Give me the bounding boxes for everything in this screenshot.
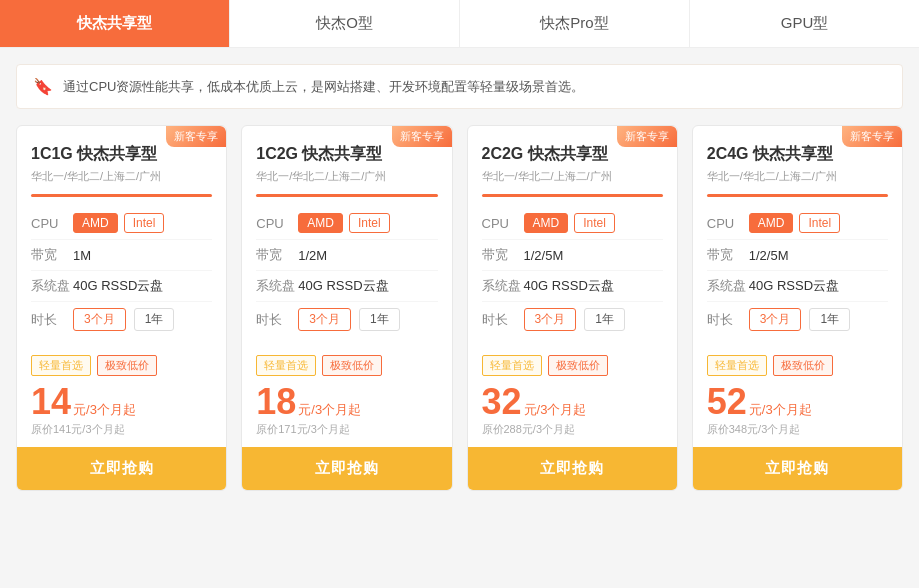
spec-disk-2: 系统盘 40G RSSD云盘 — [482, 271, 663, 302]
label-duration-3: 时长 — [707, 311, 749, 329]
tab-shared[interactable]: 快杰共享型 — [0, 0, 230, 47]
cpu-btn-amd[interactable]: AMD — [73, 213, 118, 233]
cpu-btn-amd[interactable]: AMD — [749, 213, 794, 233]
cpu-btn-intel[interactable]: Intel — [349, 213, 390, 233]
notice-text: 通过CPU资源性能共享，低成本优质上云，是网站搭建、开发环境配置等轻量级场景首选… — [63, 78, 584, 96]
buy-button-0[interactable]: 立即抢购 — [17, 447, 226, 490]
cpu-btn-amd[interactable]: AMD — [524, 213, 569, 233]
cpu-btn-intel[interactable]: Intel — [124, 213, 165, 233]
card-body-1: CPU AMDIntel 带宽 1/2M 系统盘 40G RSSD云盘 时长 3… — [242, 197, 451, 347]
label-duration-1: 时长 — [256, 311, 298, 329]
tag-0-0: 轻量首选 — [31, 355, 91, 376]
duration-btn-3-3个月[interactable]: 3个月 — [749, 308, 802, 331]
label-disk-3: 系统盘 — [707, 277, 749, 295]
card-divider-3 — [707, 194, 888, 197]
product-card-0: 新客专享 1C1G 快杰共享型 华北一/华北二/上海二/广州 CPU AMDIn… — [16, 125, 227, 491]
spec-duration-3: 时长 3个月1年 — [707, 302, 888, 337]
price-unit-0: 元/3个月起 — [73, 401, 136, 419]
price-main-2: 32 元/3个月起 — [482, 384, 663, 420]
buy-button-2[interactable]: 立即抢购 — [468, 447, 677, 490]
duration-btn-0-3个月[interactable]: 3个月 — [73, 308, 126, 331]
card-subtitle-3: 华北一/华北二/上海二/广州 — [707, 169, 888, 184]
price-main-0: 14 元/3个月起 — [31, 384, 212, 420]
cards-container: 新客专享 1C1G 快杰共享型 华北一/华北二/上海二/广州 CPU AMDIn… — [0, 109, 919, 507]
cpu-options-1: AMDIntel — [298, 213, 437, 233]
spec-cpu-0: CPU AMDIntel — [31, 207, 212, 240]
buy-button-3[interactable]: 立即抢购 — [693, 447, 902, 490]
tab-pro[interactable]: 快杰Pro型 — [460, 0, 690, 47]
spec-disk-1: 系统盘 40G RSSD云盘 — [256, 271, 437, 302]
cpu-options-3: AMDIntel — [749, 213, 888, 233]
card-title-1: 1C2G 快杰共享型 — [256, 144, 437, 165]
card-divider-1 — [256, 194, 437, 197]
price-section-2: 32 元/3个月起 原价288元/3个月起 — [468, 380, 677, 447]
duration-options-1: 3个月1年 — [298, 308, 437, 331]
product-card-3: 新客专享 2C4G 快杰共享型 华北一/华北二/上海二/广州 CPU AMDIn… — [692, 125, 903, 491]
tag-1-0: 轻量首选 — [256, 355, 316, 376]
label-disk-1: 系统盘 — [256, 277, 298, 295]
label-cpu-1: CPU — [256, 216, 298, 231]
tag-0-1: 极致低价 — [97, 355, 157, 376]
spec-bandwidth-3: 带宽 1/2/5M — [707, 240, 888, 271]
disk-value-1: 40G RSSD云盘 — [298, 277, 437, 295]
product-card-1: 新客专享 1C2G 快杰共享型 华北一/华北二/上海二/广州 CPU AMDIn… — [241, 125, 452, 491]
bandwidth-value-3: 1/2/5M — [749, 248, 888, 263]
tag-1-1: 极致低价 — [322, 355, 382, 376]
bandwidth-value-0: 1M — [73, 248, 212, 263]
card-header-0: 新客专享 1C1G 快杰共享型 华北一/华北二/上海二/广州 — [17, 126, 226, 197]
cpu-btn-intel[interactable]: Intel — [799, 213, 840, 233]
price-main-1: 18 元/3个月起 — [256, 384, 437, 420]
tag-3-0: 轻量首选 — [707, 355, 767, 376]
card-body-0: CPU AMDIntel 带宽 1M 系统盘 40G RSSD云盘 时长 3个月… — [17, 197, 226, 347]
card-subtitle-1: 华北一/华北二/上海二/广州 — [256, 169, 437, 184]
label-cpu-2: CPU — [482, 216, 524, 231]
duration-btn-3-1年[interactable]: 1年 — [809, 308, 850, 331]
disk-value-0: 40G RSSD云盘 — [73, 277, 212, 295]
spec-disk-3: 系统盘 40G RSSD云盘 — [707, 271, 888, 302]
notice-icon: 🔖 — [33, 77, 53, 96]
buy-button-1[interactable]: 立即抢购 — [242, 447, 451, 490]
disk-value-2: 40G RSSD云盘 — [524, 277, 663, 295]
duration-btn-2-1年[interactable]: 1年 — [584, 308, 625, 331]
card-header-2: 新客专享 2C2G 快杰共享型 华北一/华北二/上海二/广州 — [468, 126, 677, 197]
card-body-3: CPU AMDIntel 带宽 1/2/5M 系统盘 40G RSSD云盘 时长… — [693, 197, 902, 347]
duration-btn-2-3个月[interactable]: 3个月 — [524, 308, 577, 331]
price-original-1: 原价171元/3个月起 — [256, 422, 437, 437]
duration-btn-1-3个月[interactable]: 3个月 — [298, 308, 351, 331]
tab-gpu[interactable]: GPU型 — [690, 0, 919, 47]
price-number-0: 14 — [31, 384, 71, 420]
cpu-options-0: AMDIntel — [73, 213, 212, 233]
card-title-0: 1C1G 快杰共享型 — [31, 144, 212, 165]
card-subtitle-0: 华北一/华北二/上海二/广州 — [31, 169, 212, 184]
tag-2-1: 极致低价 — [548, 355, 608, 376]
tab-o[interactable]: 快杰O型 — [230, 0, 460, 47]
cpu-btn-amd[interactable]: AMD — [298, 213, 343, 233]
price-original-3: 原价348元/3个月起 — [707, 422, 888, 437]
tags-row-1: 轻量首选极致低价 — [242, 347, 451, 380]
spec-bandwidth-0: 带宽 1M — [31, 240, 212, 271]
price-number-3: 52 — [707, 384, 747, 420]
duration-btn-1-1年[interactable]: 1年 — [359, 308, 400, 331]
card-subtitle-2: 华北一/华北二/上海二/广州 — [482, 169, 663, 184]
spec-duration-0: 时长 3个月1年 — [31, 302, 212, 337]
label-disk-0: 系统盘 — [31, 277, 73, 295]
tags-row-2: 轻量首选极致低价 — [468, 347, 677, 380]
cpu-options-2: AMDIntel — [524, 213, 663, 233]
duration-options-0: 3个月1年 — [73, 308, 212, 331]
price-original-2: 原价288元/3个月起 — [482, 422, 663, 437]
label-bandwidth-3: 带宽 — [707, 246, 749, 264]
card-body-2: CPU AMDIntel 带宽 1/2/5M 系统盘 40G RSSD云盘 时长… — [468, 197, 677, 347]
cpu-btn-intel[interactable]: Intel — [574, 213, 615, 233]
product-card-2: 新客专享 2C2G 快杰共享型 华北一/华北二/上海二/广州 CPU AMDIn… — [467, 125, 678, 491]
price-unit-1: 元/3个月起 — [298, 401, 361, 419]
duration-options-3: 3个月1年 — [749, 308, 888, 331]
card-title-3: 2C4G 快杰共享型 — [707, 144, 888, 165]
duration-btn-0-1年[interactable]: 1年 — [134, 308, 175, 331]
label-bandwidth-1: 带宽 — [256, 246, 298, 264]
bandwidth-value-2: 1/2/5M — [524, 248, 663, 263]
spec-cpu-1: CPU AMDIntel — [256, 207, 437, 240]
notice-bar: 🔖 通过CPU资源性能共享，低成本优质上云，是网站搭建、开发环境配置等轻量级场景… — [16, 64, 903, 109]
card-divider-2 — [482, 194, 663, 197]
new-badge-1: 新客专享 — [392, 126, 452, 147]
spec-bandwidth-1: 带宽 1/2M — [256, 240, 437, 271]
